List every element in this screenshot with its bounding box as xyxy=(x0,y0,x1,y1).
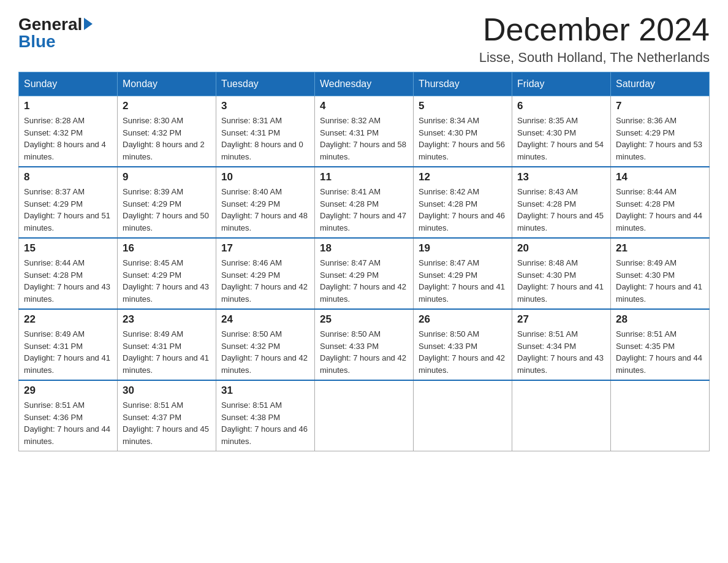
calendar-cell: 28 Sunrise: 8:51 AM Sunset: 4:35 PM Dayl… xyxy=(611,309,710,380)
day-number: 8 xyxy=(24,171,112,183)
col-header-thursday: Thursday xyxy=(414,72,512,96)
day-info: Sunrise: 8:51 AM Sunset: 4:35 PM Dayligh… xyxy=(616,328,704,376)
calendar-cell: 25 Sunrise: 8:50 AM Sunset: 4:33 PM Dayl… xyxy=(315,309,414,380)
calendar-cell: 20 Sunrise: 8:48 AM Sunset: 4:30 PM Dayl… xyxy=(512,238,611,309)
day-info: Sunrise: 8:46 AM Sunset: 4:29 PM Dayligh… xyxy=(221,257,309,305)
calendar-table: SundayMondayTuesdayWednesdayThursdayFrid… xyxy=(18,72,710,451)
col-header-friday: Friday xyxy=(512,72,611,96)
calendar-cell: 31 Sunrise: 8:51 AM Sunset: 4:38 PM Dayl… xyxy=(216,380,315,451)
calendar-cell: 27 Sunrise: 8:51 AM Sunset: 4:34 PM Dayl… xyxy=(512,309,611,380)
day-number: 15 xyxy=(24,242,112,255)
day-info: Sunrise: 8:49 AM Sunset: 4:30 PM Dayligh… xyxy=(616,257,704,305)
day-number: 18 xyxy=(320,242,408,255)
calendar-cell: 23 Sunrise: 8:49 AM Sunset: 4:31 PM Dayl… xyxy=(118,309,216,380)
calendar-cell: 13 Sunrise: 8:43 AM Sunset: 4:28 PM Dayl… xyxy=(512,167,611,238)
calendar-cell: 24 Sunrise: 8:50 AM Sunset: 4:32 PM Dayl… xyxy=(216,309,315,380)
col-header-monday: Monday xyxy=(118,72,216,96)
day-info: Sunrise: 8:47 AM Sunset: 4:29 PM Dayligh… xyxy=(320,257,408,305)
calendar-cell xyxy=(611,380,710,451)
calendar-cell: 2 Sunrise: 8:30 AM Sunset: 4:32 PM Dayli… xyxy=(118,96,216,167)
day-number: 25 xyxy=(320,313,408,326)
day-info: Sunrise: 8:31 AM Sunset: 4:31 PM Dayligh… xyxy=(221,115,309,163)
col-header-saturday: Saturday xyxy=(611,72,710,96)
day-number: 2 xyxy=(123,100,211,112)
day-info: Sunrise: 8:42 AM Sunset: 4:28 PM Dayligh… xyxy=(419,186,507,234)
logo-blue-text: Blue xyxy=(18,33,56,50)
col-header-wednesday: Wednesday xyxy=(315,72,414,96)
day-info: Sunrise: 8:45 AM Sunset: 4:29 PM Dayligh… xyxy=(123,257,211,305)
day-number: 12 xyxy=(419,171,507,183)
day-info: Sunrise: 8:35 AM Sunset: 4:30 PM Dayligh… xyxy=(517,115,605,163)
day-number: 24 xyxy=(221,313,309,326)
calendar-week-row: 15 Sunrise: 8:44 AM Sunset: 4:28 PM Dayl… xyxy=(19,238,710,309)
calendar-week-row: 8 Sunrise: 8:37 AM Sunset: 4:29 PM Dayli… xyxy=(19,167,710,238)
day-number: 4 xyxy=(320,100,408,112)
calendar-cell: 6 Sunrise: 8:35 AM Sunset: 4:30 PM Dayli… xyxy=(512,96,611,167)
day-info: Sunrise: 8:32 AM Sunset: 4:31 PM Dayligh… xyxy=(320,115,408,163)
day-info: Sunrise: 8:28 AM Sunset: 4:32 PM Dayligh… xyxy=(24,115,112,163)
day-number: 1 xyxy=(24,100,112,112)
day-number: 23 xyxy=(123,313,211,326)
day-info: Sunrise: 8:51 AM Sunset: 4:36 PM Dayligh… xyxy=(24,399,112,447)
calendar-cell: 11 Sunrise: 8:41 AM Sunset: 4:28 PM Dayl… xyxy=(315,167,414,238)
calendar-week-row: 1 Sunrise: 8:28 AM Sunset: 4:32 PM Dayli… xyxy=(19,96,710,167)
day-number: 14 xyxy=(616,171,704,183)
logo: General Blue xyxy=(18,12,93,50)
calendar-header-row: SundayMondayTuesdayWednesdayThursdayFrid… xyxy=(19,72,710,96)
day-info: Sunrise: 8:40 AM Sunset: 4:29 PM Dayligh… xyxy=(221,186,309,234)
calendar-cell xyxy=(315,380,414,451)
day-info: Sunrise: 8:44 AM Sunset: 4:28 PM Dayligh… xyxy=(616,186,704,234)
title-section: December 2024 Lisse, South Holland, The … xyxy=(479,12,710,66)
calendar-cell: 3 Sunrise: 8:31 AM Sunset: 4:31 PM Dayli… xyxy=(216,96,315,167)
calendar-cell: 26 Sunrise: 8:50 AM Sunset: 4:33 PM Dayl… xyxy=(414,309,512,380)
calendar-cell: 9 Sunrise: 8:39 AM Sunset: 4:29 PM Dayli… xyxy=(118,167,216,238)
day-number: 21 xyxy=(616,242,704,255)
col-header-sunday: Sunday xyxy=(19,72,118,96)
day-number: 22 xyxy=(24,313,112,326)
day-info: Sunrise: 8:51 AM Sunset: 4:38 PM Dayligh… xyxy=(221,399,309,447)
day-info: Sunrise: 8:51 AM Sunset: 4:34 PM Dayligh… xyxy=(517,328,605,376)
month-title: December 2024 xyxy=(479,12,710,47)
day-number: 5 xyxy=(419,100,507,112)
day-number: 10 xyxy=(221,171,309,183)
day-info: Sunrise: 8:48 AM Sunset: 4:30 PM Dayligh… xyxy=(517,257,605,305)
day-number: 19 xyxy=(419,242,507,255)
day-number: 28 xyxy=(616,313,704,326)
day-number: 9 xyxy=(123,171,211,183)
day-number: 26 xyxy=(419,313,507,326)
calendar-cell: 15 Sunrise: 8:44 AM Sunset: 4:28 PM Dayl… xyxy=(19,238,118,309)
day-info: Sunrise: 8:50 AM Sunset: 4:33 PM Dayligh… xyxy=(320,328,408,376)
day-number: 7 xyxy=(616,100,704,112)
calendar-cell: 22 Sunrise: 8:49 AM Sunset: 4:31 PM Dayl… xyxy=(19,309,118,380)
calendar-cell xyxy=(414,380,512,451)
day-info: Sunrise: 8:41 AM Sunset: 4:28 PM Dayligh… xyxy=(320,186,408,234)
page-header: General Blue December 2024 Lisse, South … xyxy=(18,12,710,66)
day-info: Sunrise: 8:30 AM Sunset: 4:32 PM Dayligh… xyxy=(123,115,211,163)
calendar-cell: 1 Sunrise: 8:28 AM Sunset: 4:32 PM Dayli… xyxy=(19,96,118,167)
day-info: Sunrise: 8:36 AM Sunset: 4:29 PM Dayligh… xyxy=(616,115,704,163)
day-number: 20 xyxy=(517,242,605,255)
day-number: 29 xyxy=(24,385,112,397)
day-number: 30 xyxy=(123,385,211,397)
calendar-cell: 17 Sunrise: 8:46 AM Sunset: 4:29 PM Dayl… xyxy=(216,238,315,309)
day-number: 11 xyxy=(320,171,408,183)
day-info: Sunrise: 8:49 AM Sunset: 4:31 PM Dayligh… xyxy=(24,328,112,376)
day-number: 16 xyxy=(123,242,211,255)
calendar-week-row: 29 Sunrise: 8:51 AM Sunset: 4:36 PM Dayl… xyxy=(19,380,710,451)
calendar-cell: 19 Sunrise: 8:47 AM Sunset: 4:29 PM Dayl… xyxy=(414,238,512,309)
calendar-cell: 21 Sunrise: 8:49 AM Sunset: 4:30 PM Dayl… xyxy=(611,238,710,309)
calendar-cell: 4 Sunrise: 8:32 AM Sunset: 4:31 PM Dayli… xyxy=(315,96,414,167)
calendar-cell xyxy=(512,380,611,451)
calendar-cell: 5 Sunrise: 8:34 AM Sunset: 4:30 PM Dayli… xyxy=(414,96,512,167)
calendar-week-row: 22 Sunrise: 8:49 AM Sunset: 4:31 PM Dayl… xyxy=(19,309,710,380)
calendar-cell: 10 Sunrise: 8:40 AM Sunset: 4:29 PM Dayl… xyxy=(216,167,315,238)
calendar-cell: 29 Sunrise: 8:51 AM Sunset: 4:36 PM Dayl… xyxy=(19,380,118,451)
day-number: 17 xyxy=(221,242,309,255)
day-number: 13 xyxy=(517,171,605,183)
logo-general-text: General xyxy=(18,16,82,33)
day-number: 3 xyxy=(221,100,309,112)
calendar-cell: 18 Sunrise: 8:47 AM Sunset: 4:29 PM Dayl… xyxy=(315,238,414,309)
day-info: Sunrise: 8:39 AM Sunset: 4:29 PM Dayligh… xyxy=(123,186,211,234)
day-info: Sunrise: 8:49 AM Sunset: 4:31 PM Dayligh… xyxy=(123,328,211,376)
day-info: Sunrise: 8:44 AM Sunset: 4:28 PM Dayligh… xyxy=(24,257,112,305)
